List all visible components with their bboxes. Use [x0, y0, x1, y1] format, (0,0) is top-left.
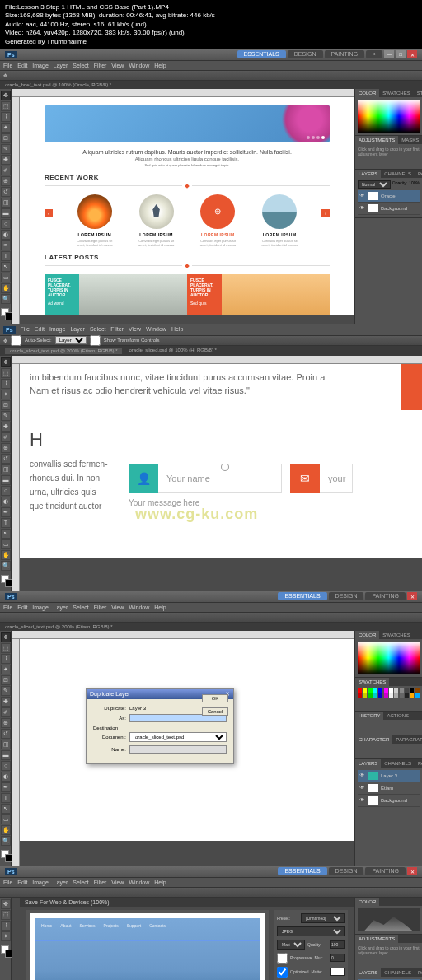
- workspace-essentials[interactable]: ESSENTIALS: [278, 592, 326, 600]
- path-tool[interactable]: ↖: [1, 262, 11, 272]
- blur-tool[interactable]: ○: [1, 486, 11, 496]
- hand-tool[interactable]: ✋: [1, 550, 11, 560]
- canvas-area[interactable]: Duplicate Layer ✕ OK Cancel Duplicate:La…: [12, 631, 354, 866]
- menu-view[interactable]: View: [129, 326, 141, 334]
- menu-help[interactable]: Help: [171, 326, 183, 334]
- blur-tool[interactable]: ○: [1, 219, 11, 229]
- layer-3[interactable]: 👁Layer 3: [358, 770, 420, 782]
- menu-layer[interactable]: Layer: [70, 326, 85, 334]
- stamp-tool[interactable]: ⊕: [1, 176, 11, 186]
- dodge-tool[interactable]: ◐: [1, 230, 11, 240]
- menu-image[interactable]: Image: [49, 326, 65, 334]
- masks-tab[interactable]: MASKS: [398, 136, 422, 144]
- layer-etiam[interactable]: 👁Etiam: [358, 782, 420, 795]
- work-thumb-1[interactable]: [77, 194, 112, 229]
- eraser-tool[interactable]: ◫: [1, 464, 11, 474]
- carousel-next[interactable]: ›: [321, 209, 330, 217]
- stamp-tool[interactable]: ⊕: [1, 443, 11, 453]
- post-1-label[interactable]: FUSCE PLACERAT, TURPIS IN AUCTOR Ad wand: [45, 274, 79, 315]
- zoom-tool[interactable]: 🔍: [1, 561, 11, 571]
- name-input[interactable]: [129, 745, 227, 754]
- window-minimize[interactable]: —: [384, 50, 394, 58]
- layer-oracle[interactable]: 👁Oracle: [358, 190, 420, 203]
- preset-dropdown[interactable]: [Unnamed]: [301, 913, 345, 923]
- hand-tool[interactable]: ✋: [1, 283, 11, 293]
- work-thumb-2[interactable]: [139, 194, 174, 229]
- menu-window[interactable]: Window: [146, 326, 166, 334]
- pen-tool[interactable]: ✒: [1, 240, 11, 250]
- menu-filter[interactable]: Filter: [94, 63, 107, 68]
- workspace-essentials[interactable]: ESSENTIALS: [237, 50, 286, 58]
- move-tool[interactable]: ✥: [1, 357, 11, 367]
- window-maximize[interactable]: □: [396, 50, 406, 58]
- eraser-tool[interactable]: ◫: [1, 198, 11, 208]
- path-tool[interactable]: ↖: [1, 529, 11, 539]
- pen-tool[interactable]: ✒: [1, 507, 11, 517]
- menu-file[interactable]: File: [3, 63, 12, 68]
- window-close[interactable]: ✕: [407, 50, 417, 58]
- doc-tab-1[interactable]: oracle_sliced_text.psd @ 200% (Etiam, RG…: [5, 348, 122, 354]
- type-tool[interactable]: T: [1, 518, 11, 528]
- carousel-prev[interactable]: ‹: [45, 209, 53, 217]
- adjustments-tab[interactable]: ADJUSTMENTS: [355, 136, 398, 144]
- heal-tool[interactable]: ✚: [1, 155, 11, 165]
- wand-tool[interactable]: ✦: [1, 123, 11, 133]
- menu-image[interactable]: Image: [32, 63, 48, 68]
- brush-tool[interactable]: ✐: [1, 166, 11, 175]
- marquee-tool[interactable]: ⬚: [1, 368, 11, 378]
- wand-tool[interactable]: ✦: [1, 390, 11, 399]
- gradient-tool[interactable]: ▬: [1, 475, 11, 485]
- workspace-design[interactable]: DESIGN: [329, 592, 364, 600]
- auto-select-checkbox[interactable]: [11, 335, 21, 346]
- workspace-design[interactable]: DESIGN: [288, 50, 323, 58]
- history-brush-tool[interactable]: ↺: [1, 454, 11, 464]
- menu-edit[interactable]: Edit: [35, 326, 45, 334]
- crop-tool[interactable]: ⊡: [1, 400, 11, 410]
- visibility-icon[interactable]: 👁: [359, 205, 366, 212]
- quality-preset[interactable]: Maximum: [277, 940, 305, 950]
- move-tool[interactable]: ✥: [1, 91, 11, 100]
- zoom-tool[interactable]: 🔍: [1, 294, 11, 304]
- blend-mode[interactable]: Normal: [358, 180, 391, 189]
- dodge-tool[interactable]: ◐: [1, 497, 11, 506]
- history-brush-tool[interactable]: ↺: [1, 187, 11, 197]
- optimized-check[interactable]: [277, 967, 288, 978]
- menu-help[interactable]: Help: [154, 63, 166, 68]
- menu-select[interactable]: Select: [73, 63, 88, 68]
- styles-panel-tab[interactable]: STYLES: [414, 89, 422, 97]
- layer-bg[interactable]: 👁Background: [358, 203, 420, 215]
- autoselect-dropdown[interactable]: Layer: [55, 336, 87, 344]
- workspace-painting[interactable]: PAINTING: [325, 50, 365, 58]
- document-tab[interactable]: oracle_brief_text.psd @ 100% (Oracle, RG…: [0, 81, 422, 89]
- brush-tool[interactable]: ✐: [1, 432, 11, 442]
- name-field[interactable]: Your name: [158, 464, 282, 493]
- show-transform-checkbox[interactable]: [90, 335, 101, 346]
- gradient-tool[interactable]: ▬: [1, 208, 11, 218]
- eyedropper-tool[interactable]: ✎: [1, 144, 11, 154]
- lasso-tool[interactable]: ⌇: [1, 379, 11, 389]
- work-thumb-4[interactable]: [262, 194, 297, 229]
- paths-tab[interactable]: PATHS: [415, 170, 422, 178]
- workspace-painting[interactable]: PAINTING: [365, 592, 406, 600]
- visibility-icon[interactable]: 👁: [359, 193, 366, 199]
- menu-edit[interactable]: Edit: [17, 63, 27, 68]
- blur-input[interactable]: [330, 954, 345, 962]
- ok-button[interactable]: OK: [202, 694, 228, 702]
- doc-tab-2[interactable]: oracle_sliced.psd @ 100% (H, RGB/8) *: [129, 348, 216, 354]
- sfw-preview-pane[interactable]: Home About Services Projects Support Con…: [26, 910, 269, 980]
- format-dropdown[interactable]: JPEG: [277, 926, 345, 936]
- canvas-area[interactable]: im bibendum faucibus nunc, vitae tincidu…: [12, 356, 422, 591]
- menu-view[interactable]: View: [111, 63, 124, 68]
- layers-tab[interactable]: LAYERS: [355, 170, 381, 178]
- color-swatches[interactable]: [1, 308, 10, 323]
- crop-tool[interactable]: ⊡: [1, 133, 11, 143]
- move-tool[interactable]: ✥: [1, 632, 11, 642]
- lasso-tool[interactable]: ⌇: [1, 112, 11, 122]
- eyedropper-tool[interactable]: ✎: [1, 411, 11, 421]
- canvas-area[interactable]: Aliquam ultricies rutrum dapibus. Mauris…: [12, 89, 354, 324]
- color-panel-tab[interactable]: COLOR: [355, 89, 379, 97]
- email-field[interactable]: your: [320, 464, 353, 493]
- window-close[interactable]: ✕: [407, 867, 417, 875]
- work-thumb-3[interactable]: ⊕: [200, 194, 235, 229]
- marquee-tool[interactable]: ⬚: [1, 101, 11, 111]
